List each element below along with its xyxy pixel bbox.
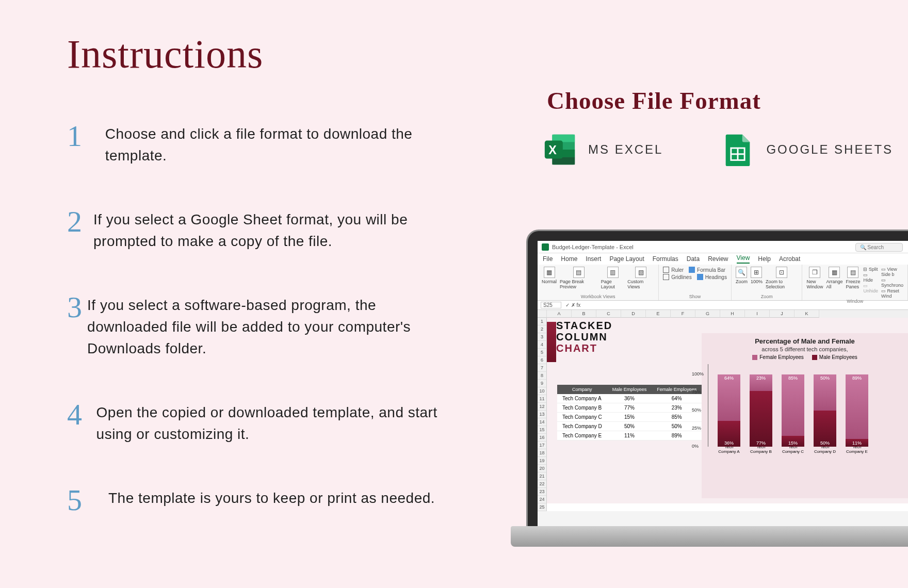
- excel-screenshot: Budget-Ledger-Template - Excel 🔍 Search …: [538, 241, 908, 529]
- chart-bar: 23%77%: [750, 374, 772, 447]
- step-number: 1: [67, 121, 105, 151]
- ribbon-show: Ruler Formula Bar Gridlines Headings Sho…: [659, 265, 732, 300]
- step-1: 1 Choose and click a file format to down…: [67, 121, 449, 167]
- step-5: 5 The template is yours to keep or print…: [67, 485, 449, 515]
- menu-help[interactable]: Help: [758, 255, 771, 263]
- chk-gridlines[interactable]: Gridlines: [663, 274, 691, 280]
- sheets-icon: [720, 132, 756, 168]
- excel-window-title: Budget-Ledger-Template - Excel: [552, 244, 634, 250]
- svg-text:X: X: [548, 143, 557, 157]
- btn-hide[interactable]: ▭ Hide: [863, 272, 878, 283]
- menu-formulas[interactable]: Formulas: [653, 255, 678, 263]
- page-title: Instructions: [0, 0, 908, 77]
- name-box[interactable]: S25: [541, 302, 561, 308]
- chart-bar: 85%15%: [782, 374, 804, 447]
- menu-data[interactable]: Data: [687, 255, 700, 263]
- step-text: If you select a software-based program, …: [87, 292, 449, 360]
- btn-arrange-all[interactable]: ▦Arrange All: [826, 267, 842, 289]
- chart-bar: 89%11%: [846, 374, 868, 447]
- btn-100[interactable]: ⊞100%: [751, 267, 763, 284]
- btn-zoom[interactable]: 🔍Zoom: [736, 267, 748, 284]
- chart-title: Percentage of Male and Female: [708, 337, 902, 345]
- excel-icon: X: [542, 132, 578, 168]
- row-headers: 1234567891011121314151617181920212223242…: [538, 318, 547, 511]
- chart-subtitle: across 5 different tech companies,: [708, 346, 902, 352]
- btn-normal[interactable]: ▦Normal: [542, 267, 557, 284]
- spreadsheet-grid[interactable]: ABCDEFGHIJK 1234567891011121314151617181…: [538, 310, 908, 511]
- data-table: CompanyMale EmployeesFemale Employees Te…: [557, 385, 702, 440]
- laptop-mockup: Budget-Ledger-Template - Excel 🔍 Search …: [526, 230, 908, 529]
- btn-page-layout[interactable]: ▥Page Layout: [601, 267, 625, 289]
- chart-legend: Female Employees Male Employees: [708, 354, 902, 360]
- table-row: Tech Company C15%85%: [557, 413, 702, 422]
- step-text: If you select a Google Sheet format, you…: [93, 207, 449, 252]
- btn-reset[interactable]: ▭ Reset Wind: [881, 288, 903, 299]
- table-row: Tech Company E11%89%: [557, 431, 702, 440]
- btn-sync[interactable]: ▭ Synchrono: [881, 277, 903, 288]
- ribbon-window: ❐New Window ▦Arrange All ▤Freeze Panes ⊟…: [802, 265, 908, 300]
- laptop-base: [511, 526, 908, 547]
- table-row: Tech Company D50%50%: [557, 422, 702, 431]
- menu-home[interactable]: Home: [561, 255, 577, 263]
- step-text: The template is yours to keep or print a…: [108, 485, 435, 509]
- legend-female: Female Employees: [752, 354, 804, 360]
- menu-insert[interactable]: Insert: [586, 255, 601, 263]
- excel-app-icon: [542, 243, 549, 251]
- chart-bar: 50%50%: [814, 374, 836, 447]
- legend-male: Male Employees: [812, 354, 857, 360]
- excel-search[interactable]: 🔍 Search: [855, 243, 903, 252]
- table-row: Tech Company B77%23%: [557, 403, 702, 413]
- chk-headings[interactable]: Headings: [697, 274, 727, 280]
- step-number: 3: [67, 292, 87, 322]
- chart-bar: 64%36%: [718, 374, 740, 447]
- btn-page-break[interactable]: ▤Page Break Preview: [560, 267, 598, 289]
- btn-view-side[interactable]: ▭ View Side b: [881, 267, 903, 277]
- format-label-sheets: GOOGLE SHEETS: [766, 142, 893, 157]
- menu-view[interactable]: View: [737, 254, 750, 264]
- btn-custom-views[interactable]: ▧Custom Views: [627, 267, 654, 289]
- ribbon-workbook-views: ▦Normal ▤Page Break Preview ▥Page Layout…: [538, 265, 659, 300]
- step-3: 3 If you select a software-based program…: [67, 292, 449, 360]
- step-number: 4: [67, 400, 96, 430]
- btn-split[interactable]: ⊟ Split: [863, 267, 878, 272]
- btn-new-window[interactable]: ❐New Window: [806, 267, 823, 289]
- format-label-excel: MS EXCEL: [588, 142, 663, 157]
- step-number: 2: [67, 207, 93, 237]
- sheet-canvas: STACKED COLUMN CHART CompanyMale Employe…: [547, 318, 908, 503]
- excel-ribbon: ▦Normal ▤Page Break Preview ▥Page Layout…: [538, 265, 908, 301]
- btn-unhide[interactable]: ▭ Unhide: [863, 283, 878, 293]
- fx-label: ✓ ✗ fx: [565, 302, 580, 308]
- step-text: Choose and click a file format to downlo…: [105, 121, 449, 167]
- table-row: Tech Company A36%64%: [557, 394, 702, 403]
- menu-file[interactable]: File: [543, 255, 553, 263]
- step-number: 5: [67, 485, 108, 515]
- menu-acrobat[interactable]: Acrobat: [779, 255, 800, 263]
- chk-formula-bar[interactable]: Formula Bar: [689, 267, 725, 273]
- menu-review[interactable]: Review: [708, 255, 728, 263]
- file-format-title: Choose File Format: [547, 87, 761, 115]
- excel-titlebar: Budget-Ledger-Template - Excel 🔍 Search: [538, 241, 908, 253]
- stacked-chart: Percentage of Male and Female across 5 d…: [702, 333, 908, 498]
- ribbon-zoom: 🔍Zoom ⊞100% ⊡Zoom to Selection Zoom: [732, 265, 802, 300]
- chart-heading-block: STACKED COLUMN CHART: [556, 320, 612, 354]
- chk-ruler[interactable]: Ruler: [663, 267, 684, 273]
- btn-freeze[interactable]: ▤Freeze Panes: [846, 267, 860, 289]
- file-format-options: X MS EXCEL GOOGLE SHEETS: [542, 132, 893, 168]
- step-text: Open the copied or downloaded template, …: [96, 400, 449, 445]
- chart-bars: 0% 25% 50% 75% 100% Tech Company ATech C…: [708, 364, 902, 447]
- menu-page-layout[interactable]: Page Layout: [609, 255, 644, 263]
- btn-zoom-sel[interactable]: ⊡Zoom to Selection: [766, 267, 798, 289]
- format-option-sheets[interactable]: GOOGLE SHEETS: [720, 132, 893, 168]
- format-option-excel[interactable]: X MS EXCEL: [542, 132, 663, 168]
- excel-menu: File Home Insert Page Layout Formulas Da…: [538, 253, 908, 265]
- instructions-list: 1 Choose and click a file format to down…: [67, 121, 449, 556]
- step-4: 4 Open the copied or downloaded template…: [67, 400, 449, 445]
- column-headers: ABCDEFGHIJK: [538, 310, 908, 318]
- step-2: 2 If you select a Google Sheet format, y…: [67, 207, 449, 252]
